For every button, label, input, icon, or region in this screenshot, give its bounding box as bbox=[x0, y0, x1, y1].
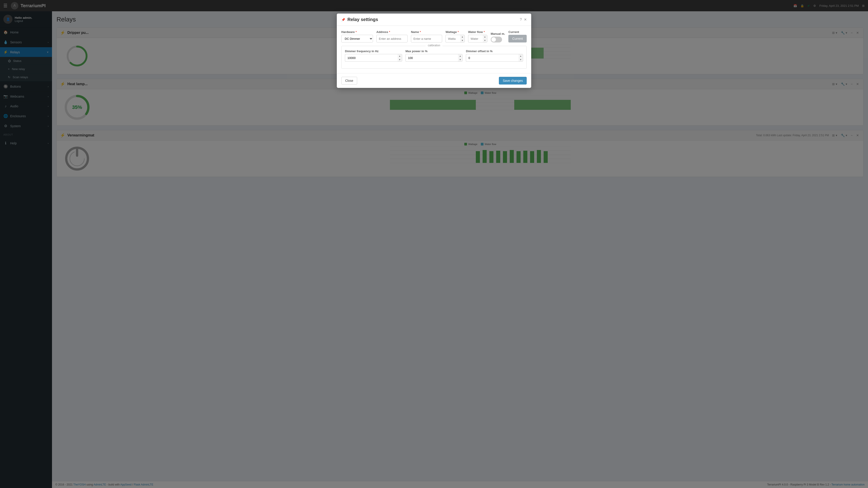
max-power-up[interactable]: ▲ bbox=[458, 54, 462, 58]
manual-toggle-slider bbox=[491, 37, 502, 42]
hardware-select[interactable]: DC Dimmer GPIO KASA Tasmota bbox=[341, 35, 373, 42]
waterflow-input-wrapper: ▲ ▼ bbox=[468, 35, 487, 42]
address-input[interactable] bbox=[376, 35, 408, 42]
address-field-group: Address * bbox=[376, 30, 408, 42]
current-field-group: Current Current bbox=[508, 30, 527, 42]
max-power-input[interactable] bbox=[405, 54, 458, 62]
dimmer-offset-down[interactable]: ▼ bbox=[519, 58, 523, 61]
calibration-section: calibration Dimmer frequency in Hz ▲ ▼ bbox=[341, 46, 527, 69]
dimmer-offset-up[interactable]: ▲ bbox=[519, 54, 523, 58]
dimmer-offset-arrows: ▲ ▼ bbox=[519, 54, 523, 62]
dimmer-freq-up[interactable]: ▲ bbox=[398, 54, 402, 58]
waterflow-label: Water flow * bbox=[468, 30, 487, 34]
wattage-arrows: ▲ ▼ bbox=[460, 35, 465, 42]
dimmer-freq-arrows: ▲ ▼ bbox=[398, 54, 402, 62]
dimmer-freq-group: Dimmer frequency in Hz ▲ ▼ bbox=[345, 50, 402, 62]
save-changes-button[interactable]: Save changes bbox=[499, 77, 527, 85]
hardware-label: Hardware * bbox=[341, 30, 373, 34]
waterflow-required: * bbox=[484, 30, 485, 34]
dimmer-offset-wrapper: ▲ ▼ bbox=[466, 54, 523, 62]
name-label: Name * bbox=[411, 30, 442, 34]
wattage-field-group: Wattage * ▲ ▼ bbox=[445, 30, 465, 42]
name-field-group: Name * bbox=[411, 30, 442, 42]
modal-close-button[interactable]: × bbox=[524, 17, 527, 22]
wattage-input[interactable] bbox=[445, 35, 460, 42]
waterflow-arrows: ▲ ▼ bbox=[483, 35, 487, 42]
name-input[interactable] bbox=[411, 35, 442, 42]
modal-header: 📌 Relay settings ? × bbox=[337, 13, 531, 26]
max-power-label: Max power in % bbox=[405, 50, 463, 53]
calibration-legend: calibration bbox=[426, 44, 442, 47]
waterflow-up-arrow[interactable]: ▲ bbox=[483, 35, 487, 39]
name-required: * bbox=[420, 30, 421, 34]
wattage-input-wrapper: ▲ ▼ bbox=[445, 35, 465, 42]
max-power-group: Max power in % ▲ ▼ bbox=[405, 50, 463, 62]
max-power-arrows: ▲ ▼ bbox=[458, 54, 463, 62]
hardware-required: * bbox=[355, 30, 357, 34]
wattage-label: Wattage * bbox=[445, 30, 465, 34]
current-button[interactable]: Current bbox=[508, 35, 527, 42]
manual-label: Manual m. bbox=[491, 32, 505, 35]
modal-main-form-row: Hardware * DC Dimmer GPIO KASA Tasmota A… bbox=[341, 30, 527, 42]
modal-backdrop[interactable]: 📌 Relay settings ? × Hardware * DC Dimme… bbox=[0, 0, 868, 488]
dimmer-offset-group: Dimmer offset in % ▲ ▼ bbox=[466, 50, 523, 62]
modal-title: Relay settings bbox=[347, 17, 518, 22]
address-required: * bbox=[389, 30, 390, 34]
hardware-field-group: Hardware * DC Dimmer GPIO KASA Tasmota bbox=[341, 30, 373, 42]
address-label: Address * bbox=[376, 30, 408, 34]
dimmer-offset-input[interactable] bbox=[466, 54, 519, 62]
waterflow-field-group: Water flow * ▲ ▼ bbox=[468, 30, 487, 42]
current-label: Current bbox=[508, 30, 527, 34]
calibration-form-row: Dimmer frequency in Hz ▲ ▼ Max power in … bbox=[345, 50, 523, 62]
waterflow-input[interactable] bbox=[468, 35, 483, 42]
dimmer-offset-label: Dimmer offset in % bbox=[466, 50, 523, 53]
relay-settings-modal: 📌 Relay settings ? × Hardware * DC Dimme… bbox=[337, 13, 531, 88]
modal-help-icon[interactable]: ? bbox=[520, 18, 522, 22]
dimmer-freq-label: Dimmer frequency in Hz bbox=[345, 50, 402, 53]
waterflow-down-arrow[interactable]: ▼ bbox=[483, 39, 487, 42]
manual-toggle[interactable] bbox=[491, 37, 502, 42]
dimmer-freq-down[interactable]: ▼ bbox=[398, 58, 402, 61]
wattage-up-arrow[interactable]: ▲ bbox=[460, 35, 465, 39]
max-power-down[interactable]: ▼ bbox=[458, 58, 462, 61]
modal-footer: Close Save changes bbox=[337, 73, 531, 88]
close-button[interactable]: Close bbox=[341, 77, 357, 85]
dimmer-freq-wrapper: ▲ ▼ bbox=[345, 54, 402, 62]
wattage-required: * bbox=[458, 30, 459, 34]
manual-field-group: Manual m. bbox=[491, 32, 505, 42]
wattage-down-arrow[interactable]: ▼ bbox=[460, 39, 465, 42]
pin-icon: 📌 bbox=[341, 18, 345, 22]
max-power-wrapper: ▲ ▼ bbox=[405, 54, 463, 62]
modal-body: Hardware * DC Dimmer GPIO KASA Tasmota A… bbox=[337, 26, 531, 73]
dimmer-freq-input[interactable] bbox=[345, 54, 398, 62]
